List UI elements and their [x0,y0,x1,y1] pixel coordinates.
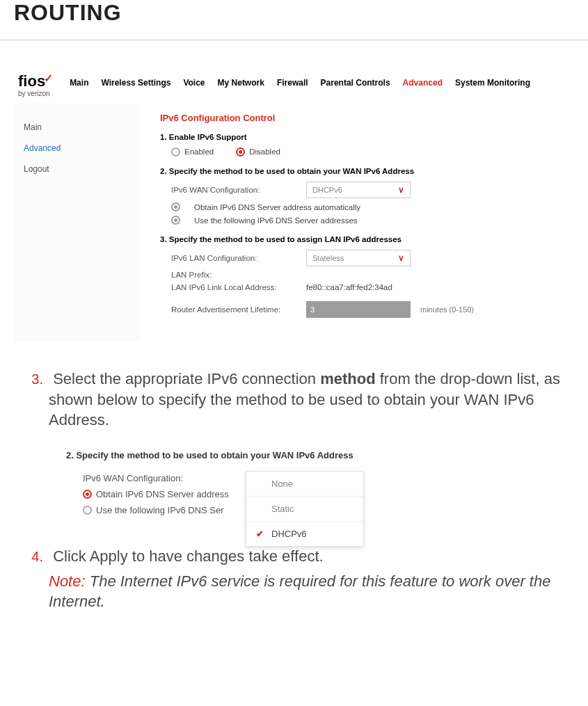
shot2-wan-label: IPv6 WAN Configuration: [83,473,229,483]
dropdown-option-dhcpv6[interactable]: ✔DHCPv6 [246,522,363,546]
shot2-dns-manual-label: Use the following IPv6 DNS Ser [96,505,224,515]
dns-manual-radio[interactable] [171,216,180,225]
nav-main[interactable]: Main [70,78,88,88]
check-icon: ✔ [256,529,266,539]
ra-lifetime-label: Router Advertisement Lifetime: [171,305,296,314]
nav-my-network[interactable]: My Network [218,78,264,88]
dns-auto-label: Obtain IPv6 DNS Server address automatic… [194,203,360,211]
instruction-step-4: 4. Click Apply to have changes take effe… [49,546,567,567]
step2-heading: 2. Specify the method to be used to obta… [160,167,574,175]
step-number-3: 3. [21,370,43,389]
lan-link-value: fe80::caa7:aff:fed2:34ad [306,283,392,291]
wan-config-select[interactable]: DHCPv6 ∨ [306,182,411,198]
lan-config-label: IPv6 LAN Configuration: [171,254,296,262]
wan-dropdown-screenshot: 2. Specify the method to be used to obta… [66,450,428,518]
sidebar-item-logout[interactable]: Logout [24,159,139,179]
top-nav: Main Wireless Settings Voice My Network … [70,74,530,88]
step3-text-a: Select the appropriate IPv6 connection [53,370,320,387]
shot2-dns-manual-radio[interactable] [83,506,92,515]
enabled-radio[interactable] [171,147,180,157]
sidebar: Main Advanced Logout [14,104,139,341]
page-heading: ROUTING [0,0,588,40]
wan-config-dropdown-open: None Static ✔DHCPv6 [246,471,364,547]
ipv6-config-panel: IPv6 Configuration Control 1. Enable IPv… [139,104,574,341]
note-label: Note: [49,572,86,590]
step4-text: Click Apply to have changes take effect. [53,547,324,565]
nav-system-monitoring[interactable]: System Monitoring [455,78,530,88]
disabled-label: Disabled [249,147,280,156]
shot2-dns-auto-label: Obtain IPv6 DNS Server address [96,489,229,499]
nav-advanced[interactable]: Advanced [403,78,443,88]
fios-logo: fios✓ by verizon [14,74,60,97]
lan-config-value: Stateless [312,254,344,262]
note: Note: The Internet IPv6 service is requi… [49,571,567,612]
logo-subtext: by verizon [18,90,54,97]
shot2-heading: 2. Specify the method to be used to obta… [66,450,428,460]
lan-link-label: LAN IPv6 Link Local Address: [171,283,296,291]
wan-config-label: IPv6 WAN Configuration: [171,186,296,194]
nav-firewall[interactable]: Firewall [277,78,308,88]
shot2-dns-auto-radio[interactable] [83,490,92,499]
nav-wireless-settings[interactable]: Wireless Settings [101,78,170,88]
sidebar-item-advanced[interactable]: Advanced [24,138,139,159]
instruction-step-3: 3. Select the appropriate IPv6 connectio… [49,369,567,431]
chevron-down-icon: ∨ [398,253,404,263]
dns-manual-label: Use the following IPv6 DNS Server addres… [194,216,358,225]
chevron-down-icon: ∨ [398,185,404,195]
nav-voice[interactable]: Voice [183,78,205,88]
dropdown-option-static[interactable]: Static [246,497,363,522]
nav-parental-controls[interactable]: Parental Controls [321,78,390,88]
step3-bold: method [320,370,375,387]
panel-title: IPv6 Configuration Control [160,113,574,123]
ra-lifetime-input[interactable] [306,301,411,318]
opt-dhcpv6-label: DHCPv6 [271,529,307,539]
sidebar-item-main[interactable]: Main [24,117,139,138]
lan-prefix-label: LAN Prefix: [171,271,296,279]
disabled-radio[interactable] [236,147,245,157]
opt-static-label: Static [271,504,294,514]
lan-config-select[interactable]: Stateless ∨ [306,250,411,266]
router-admin-screenshot: fios✓ by verizon Main Wireless Settings … [14,68,574,341]
dropdown-option-none[interactable]: None [246,472,363,497]
check-icon: ✓ [44,72,53,84]
step1-heading: 1. Enable IPv6 Support [160,133,574,141]
ra-lifetime-units: minutes (0-150) [420,305,474,314]
dns-auto-radio[interactable] [171,202,180,211]
step3-heading: 3. Specify the method to be used to assi… [160,235,574,243]
step-number-4: 4. [21,547,43,566]
enabled-label: Enabled [184,147,214,156]
wan-config-value: DHCPv6 [312,186,342,194]
opt-none-label: None [271,479,293,489]
note-text: The Internet IPv6 service is required fo… [49,572,550,611]
logo-text: fios [18,72,45,90]
